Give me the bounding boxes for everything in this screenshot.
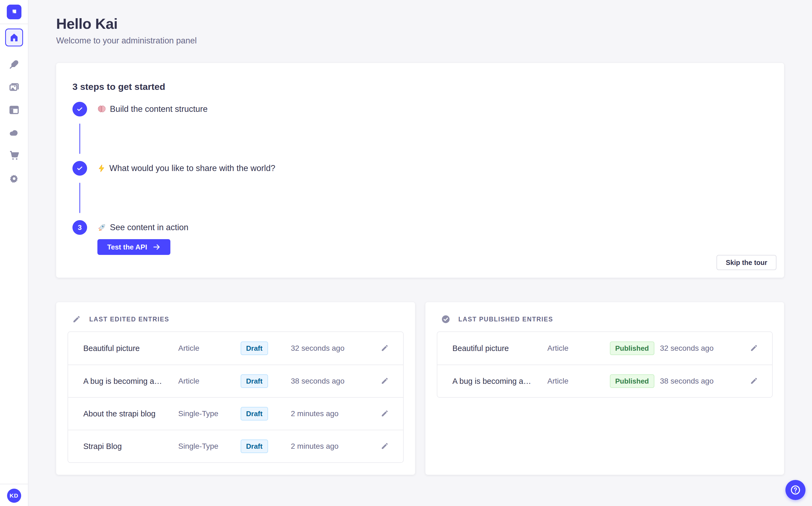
pencil-icon: [380, 409, 389, 418]
entry-title: About the strapi blog: [83, 409, 178, 418]
sidebar-item-marketplace[interactable]: [9, 150, 19, 161]
check-icon: [76, 165, 83, 172]
entry-time: 2 minutes ago: [291, 409, 378, 418]
main-content: Hello Kai Welcome to your administration…: [28, 0, 812, 500]
strapi-logo-icon: [9, 7, 19, 16]
sidebar-item-cloud[interactable]: [9, 127, 19, 138]
step-3-label: See content in action: [97, 223, 189, 232]
feather-icon: [9, 59, 19, 70]
gear-icon: [9, 173, 19, 184]
onboarding-card: 3 steps to get started Build the content…: [56, 63, 784, 278]
step-connector: [79, 123, 80, 154]
entry-kind: Article: [547, 377, 610, 386]
step-2-check-circle: [73, 161, 87, 176]
table-row: Beautiful picture Article Published 32 s…: [437, 332, 773, 364]
status-badge: Draft: [241, 407, 268, 421]
sidebar-divider: [0, 484, 28, 484]
table-row: A bug is becoming a… Article Published 3…: [437, 364, 773, 397]
entry-kind: Single-Type: [178, 409, 241, 418]
layout-icon: [9, 104, 19, 115]
sidebar-divider: [0, 24, 28, 24]
last-edited-table: Beautiful picture Article Draft 32 secon…: [68, 331, 404, 463]
home-icon: [9, 32, 19, 43]
table-row: Strapi Blog Single-Type Draft 2 minutes …: [68, 430, 403, 462]
last-published-header: LAST PUBLISHED ENTRIES: [437, 313, 773, 326]
table-row: A bug is becoming a… Article Draft 38 se…: [68, 364, 403, 397]
step-3: 3 See content in action: [73, 220, 768, 235]
last-edited-title: LAST EDITED ENTRIES: [89, 316, 169, 323]
last-edited-entries-card: LAST EDITED ENTRIES Beautiful picture Ar…: [56, 302, 415, 475]
onboarding-title: 3 steps to get started: [73, 81, 768, 92]
status-badge: Draft: [241, 374, 268, 388]
entry-kind: Single-Type: [178, 442, 241, 451]
entry-time: 32 seconds ago: [291, 344, 378, 353]
pencil-icon: [72, 315, 81, 324]
table-row: Beautiful picture Article Draft 32 secon…: [68, 332, 403, 364]
entry-title: Strapi Blog: [83, 442, 178, 451]
entry-title: A bug is becoming a…: [83, 377, 178, 386]
zap-emoji-icon: [97, 164, 106, 172]
pencil-icon: [380, 344, 389, 352]
last-edited-header: LAST EDITED ENTRIES: [68, 313, 404, 326]
sidebar-item-settings[interactable]: [9, 173, 19, 184]
entry-kind: Article: [178, 377, 241, 386]
entry-title: A bug is becoming a…: [452, 377, 547, 386]
entry-title: Beautiful picture: [452, 344, 547, 353]
entry-time: 38 seconds ago: [291, 377, 378, 386]
pencil-icon: [380, 442, 389, 450]
edit-entry-button[interactable]: [748, 343, 759, 354]
onboarding-steps: Build the content structure What would y…: [73, 102, 768, 255]
user-avatar[interactable]: KD: [7, 489, 21, 503]
step-1-label: Build the content structure: [97, 104, 208, 114]
entry-kind: Article: [547, 344, 610, 353]
sidebar-item-media-library[interactable]: [9, 82, 19, 93]
step-1-check-circle: [73, 102, 87, 116]
edit-entry-button[interactable]: [748, 375, 759, 387]
entry-title: Beautiful picture: [83, 344, 178, 353]
step-connector: [79, 183, 80, 213]
entry-time: 38 seconds ago: [660, 377, 747, 386]
strapi-logo[interactable]: [7, 5, 21, 19]
status-badge: Draft: [241, 439, 268, 453]
cart-icon: [9, 150, 19, 161]
rocket-emoji-icon: [97, 223, 106, 232]
page-subtitle: Welcome to your administration panel: [56, 36, 784, 46]
step-2-label: What would you like to share with the wo…: [97, 163, 275, 173]
edit-entry-button[interactable]: [379, 441, 390, 452]
status-badge: Published: [610, 341, 654, 355]
last-published-entries-card: LAST PUBLISHED ENTRIES Beautiful picture…: [425, 302, 784, 475]
sidebar: KD: [0, 0, 28, 506]
entry-time: 32 seconds ago: [660, 344, 747, 353]
cloud-icon: [9, 127, 19, 139]
edit-entry-button[interactable]: [379, 408, 390, 420]
last-published-title: LAST PUBLISHED ENTRIES: [459, 316, 553, 323]
page-title: Hello Kai: [56, 15, 784, 32]
sidebar-item-content-type-builder[interactable]: [9, 104, 19, 115]
edit-entry-button[interactable]: [379, 343, 390, 354]
pencil-icon: [749, 344, 758, 352]
pencil-icon: [380, 376, 389, 385]
table-row: About the strapi blog Single-Type Draft …: [68, 397, 403, 430]
test-the-api-button[interactable]: Test the API: [97, 239, 170, 255]
entry-time: 2 minutes ago: [291, 442, 378, 451]
entry-kind: Article: [178, 344, 241, 353]
check-icon: [76, 106, 83, 113]
sidebar-item-content-manager[interactable]: [9, 59, 19, 70]
skip-the-tour-button[interactable]: Skip the tour: [716, 255, 777, 270]
step-1: Build the content structure: [73, 102, 768, 116]
brain-emoji-icon: [97, 105, 106, 113]
step-3-number-circle: 3: [73, 220, 87, 235]
check-circle-icon: [441, 315, 450, 324]
step-2: What would you like to share with the wo…: [73, 161, 768, 176]
edit-entry-button[interactable]: [379, 375, 390, 387]
pencil-icon: [749, 376, 758, 385]
status-badge: Published: [610, 374, 654, 388]
question-icon: [790, 485, 801, 495]
arrow-right-icon: [153, 243, 161, 251]
help-button[interactable]: [785, 480, 806, 500]
images-icon: [9, 82, 19, 93]
last-published-table: Beautiful picture Article Published 32 s…: [437, 331, 773, 398]
status-badge: Draft: [241, 341, 268, 355]
sidebar-item-home[interactable]: [5, 28, 23, 47]
